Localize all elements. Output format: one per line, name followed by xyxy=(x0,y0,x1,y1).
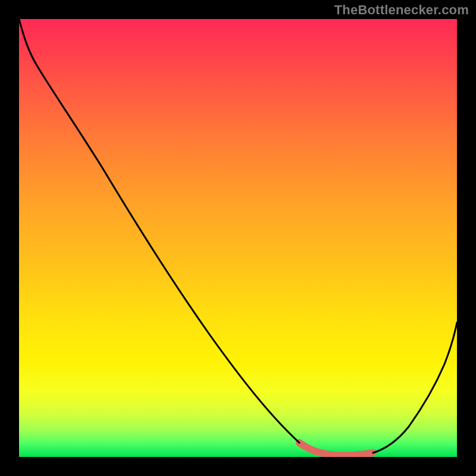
plot-area xyxy=(19,19,457,457)
curve-layer xyxy=(19,19,457,457)
chart-container: TheBottlenecker.com xyxy=(0,0,476,476)
attribution-text: TheBottlenecker.com xyxy=(334,2,469,18)
main-curve-right xyxy=(373,322,457,453)
highlight-segment xyxy=(299,443,373,456)
main-curve-left xyxy=(19,19,299,443)
